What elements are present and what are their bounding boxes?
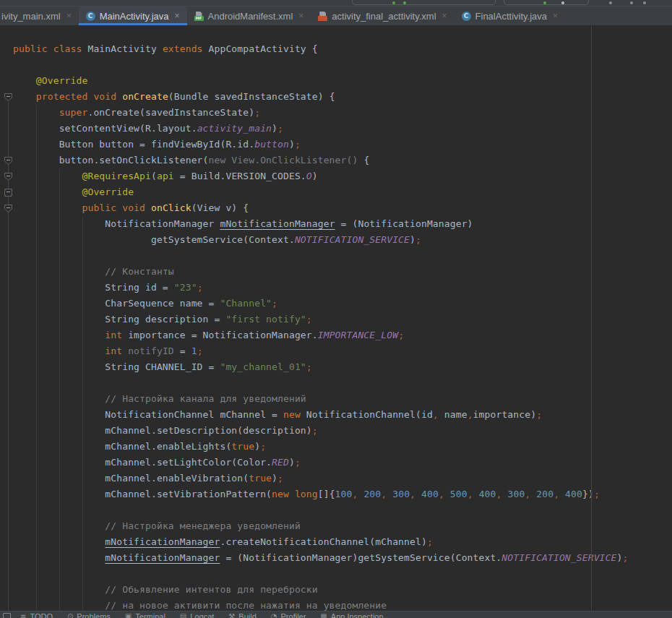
code-editor[interactable]: public class MainActivity extends AppCom… (0, 25, 672, 611)
code-line[interactable]: mNotificationManager = (NotificationMana… (13, 550, 628, 566)
code-line[interactable]: public class MainActivity extends AppCom… (13, 41, 628, 57)
tool-window-label: Build (238, 612, 256, 618)
toolbar-dot-icon[interactable] (392, 1, 395, 4)
code-line[interactable]: NotificationChannel mChannel = new Notif… (13, 407, 628, 423)
code-line[interactable]: String CHANNEL_ID = "my_channel_01"; (13, 359, 628, 375)
indent-guide (36, 105, 37, 611)
toolbar-dot-icon[interactable] (630, 1, 633, 4)
tool-window-label: Problems (77, 612, 110, 618)
code-line[interactable]: NotificationManager mNotificationManager… (13, 216, 628, 232)
code-line[interactable]: // Константы (13, 264, 628, 280)
code-line[interactable]: protected void onCreate(Bundle savedInst… (13, 89, 628, 105)
tab-label: AndroidManifest.xml (208, 11, 293, 22)
editor-tab-bar: ivity_main.xml×CMainActivity.java×MFAndr… (0, 6, 672, 25)
close-tab-icon[interactable]: × (298, 11, 303, 21)
tab-label: FinalActtivity.java (475, 11, 547, 22)
code-line[interactable]: int importance = NotificationManager.IMP… (13, 327, 628, 343)
code-fold-marker-icon[interactable] (4, 189, 12, 197)
editor-tab-androidmanifest-xml[interactable]: MFAndroidManifest.xml× (187, 7, 311, 25)
code-line[interactable]: mChannel.setDescription(description); (13, 423, 628, 439)
toolbar-widget[interactable] (504, 0, 589, 5)
editor-tab-finalacttivity-java[interactable]: CFinalActtivity.java× (455, 7, 565, 25)
terminal-icon: ▣ (125, 612, 132, 618)
tab-label: ivity_main.xml (1, 11, 61, 22)
problems-icon: ⊙ (67, 612, 73, 618)
profiler-icon: ◔ (271, 612, 277, 618)
java-class-icon: C (462, 12, 471, 21)
close-tab-icon[interactable]: × (66, 11, 72, 21)
tool-window-label: App Inspection (331, 612, 384, 618)
code-line[interactable] (13, 502, 628, 518)
code-line[interactable]: public void onClick(View v) { (13, 200, 628, 216)
code-fold-marker-icon[interactable] (4, 93, 12, 101)
code-fold-marker-icon[interactable] (4, 157, 12, 165)
code-fold-marker-icon[interactable] (4, 173, 12, 181)
toolbar-dot-icon[interactable] (561, 1, 564, 4)
indent-guide (59, 168, 60, 611)
code-fold-marker-icon[interactable] (4, 205, 12, 213)
toolbar-dot-icon[interactable] (543, 1, 546, 4)
code-line[interactable]: // Настройка менеджера уведомлений (13, 518, 628, 534)
tool-window-label: Logcat (190, 612, 214, 618)
manifest-file-icon: MF (194, 12, 204, 21)
toolbar-dot-icon[interactable] (609, 1, 612, 4)
code-line[interactable]: button.setOnClickListener(new View.OnCli… (13, 153, 628, 168)
code-line[interactable]: int notifyID = 1; (13, 343, 628, 359)
code-text-area[interactable]: public class MainActivity extends AppCom… (13, 41, 628, 611)
code-line[interactable] (13, 566, 628, 582)
editor-tab-mainactivity-java[interactable]: CMainActivity.java× (79, 7, 187, 25)
tab-label: activity_final_acttivity.xml (332, 11, 436, 22)
tool-window-button-profiler[interactable]: ◔Profiler (271, 612, 306, 618)
code-line[interactable]: String description = "first notify"; (13, 312, 628, 327)
tool-window-button-problems[interactable]: ⊙Problems (67, 612, 111, 618)
indent-guide (82, 216, 83, 611)
code-line[interactable]: @Override (13, 184, 628, 200)
tool-window-toggle-icon[interactable] (3, 613, 11, 618)
editor-tab-ivity-main-xml[interactable]: ivity_main.xml× (0, 7, 79, 25)
logcat-icon: ▤ (180, 612, 186, 618)
tool-window-button-build[interactable]: ⚒Build (228, 612, 256, 618)
code-line[interactable]: mChannel.setLightColor(Color.RED); (13, 455, 628, 471)
tool-window-button-todo[interactable]: ≡TODO (20, 612, 53, 618)
todo-icon: ≡ (20, 612, 26, 618)
build-icon: ⚒ (228, 612, 235, 618)
code-line[interactable]: mChannel.enableVibration(true); (13, 471, 628, 486)
close-tab-icon[interactable]: × (174, 11, 179, 21)
app-inspection-icon: ▦ (320, 612, 327, 618)
hard-wrap-guide (591, 25, 592, 611)
tool-window-label: TODO (30, 612, 53, 618)
code-line[interactable] (13, 57, 628, 73)
code-line[interactable]: mChannel.enableLights(true); (13, 439, 628, 455)
toolbar-dot-icon[interactable] (643, 1, 646, 4)
xml-file-icon (318, 12, 327, 21)
code-line[interactable]: mNotificationManager.createNotificationC… (13, 534, 628, 550)
code-line[interactable]: super.onCreate(savedInstanceState); (13, 105, 628, 121)
editor-tab-activity-final-acttivity-xml[interactable]: activity_final_acttivity.xml× (311, 7, 454, 25)
main-toolbar-strip (0, 0, 672, 6)
code-line[interactable]: // Настройка канала для уведомлений (13, 391, 628, 407)
tool-window-button-terminal[interactable]: ▣Terminal (125, 612, 165, 618)
tab-label: MainActivity.java (100, 11, 169, 22)
code-line[interactable]: // Обьявление интентов для переброски (13, 582, 628, 598)
code-line[interactable]: mChannel.setVibrationPattern(new long[]{… (13, 486, 628, 502)
tool-window-bar: ≡TODO⊙Problems▣Terminal▤Logcat⚒Build◔Pro… (0, 611, 672, 618)
tool-window-button-logcat[interactable]: ▤Logcat (180, 612, 214, 618)
toolbar-dot-icon[interactable] (403, 1, 406, 4)
code-line[interactable]: Button button = findViewById(R.id.button… (13, 137, 628, 153)
tool-window-button-app-inspection[interactable]: ▦App Inspection (320, 612, 383, 618)
code-line[interactable]: @RequiresApi(api = Build.VERSION_CODES.O… (13, 168, 628, 184)
android-studio-window: ivity_main.xml×CMainActivity.java×MFAndr… (0, 0, 672, 618)
code-line[interactable] (13, 248, 628, 264)
code-line[interactable] (13, 375, 628, 391)
tool-window-label: Terminal (135, 612, 165, 618)
java-class-icon: C (86, 12, 95, 21)
toolbar-widget[interactable] (352, 0, 496, 5)
code-line[interactable]: @Override (13, 73, 628, 89)
code-line[interactable]: String id = "23"; (13, 280, 628, 296)
code-line[interactable]: setContentView(R.layout.activity_main); (13, 121, 628, 137)
close-tab-icon[interactable]: × (442, 11, 447, 21)
code-line[interactable]: CharSequence name = "Channel"; (13, 296, 628, 312)
close-tab-icon[interactable]: × (553, 11, 558, 21)
code-line[interactable]: // на новое активити после нажатия на ув… (13, 598, 628, 611)
code-line[interactable]: getSystemService(Context.NOTIFICATION_SE… (13, 232, 628, 248)
